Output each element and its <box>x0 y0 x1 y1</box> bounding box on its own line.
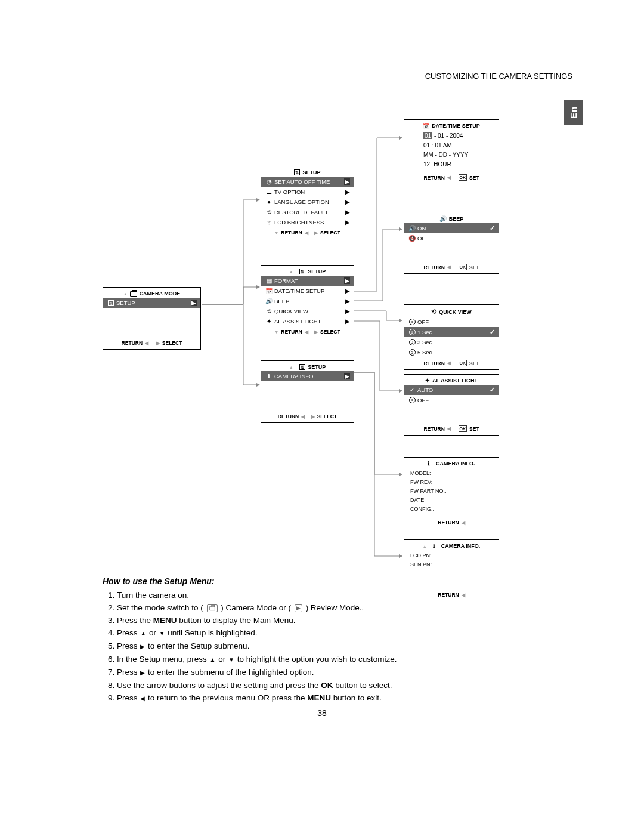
setup2-label-3: QUICK VIEW <box>273 308 345 314</box>
select-label[interactable]: SELECT <box>320 230 340 236</box>
sound-off-icon: 🔇 <box>408 235 416 242</box>
ok-icon: OK <box>459 360 467 366</box>
setup2-item-1[interactable]: 📅DATE/TIME SETUP▶ <box>261 286 354 296</box>
camera-mode-setup-row[interactable]: SETUP ▶ <box>103 298 200 308</box>
s9c: button to exit. <box>331 693 382 702</box>
afassist-off[interactable]: ✕OFF <box>404 395 499 405</box>
s6a: In the Setup menu, press <box>117 655 209 663</box>
set-label[interactable]: SET <box>469 264 479 270</box>
howto-step-3: Press the MENU button to display the Mai… <box>117 614 532 627</box>
caminfo1-line-3: DATE: <box>410 496 494 505</box>
quickview-5-label: 5 Sec <box>416 349 495 356</box>
datetime-title-row: 📅 DATE/TIME SETUP <box>404 120 499 130</box>
left-arrow-icon: ◀ <box>301 414 305 419</box>
beep-title-row: 🔊 BEEP <box>404 212 499 223</box>
setup2-item-3[interactable]: ⟲QUICK VIEW▶ <box>261 306 354 316</box>
select-label[interactable]: SELECT <box>162 340 182 346</box>
quickview-off[interactable]: ✕OFF <box>404 317 499 327</box>
setup1-item-4[interactable]: ☼LCD BRIGHTNESS▶ <box>261 217 354 227</box>
return-label[interactable]: RETURN <box>423 360 444 366</box>
caminfo1-line-1: FW REV: <box>410 478 494 487</box>
af-icon: ✦ <box>265 318 273 325</box>
quickview-5sec[interactable]: 55 Sec <box>404 347 499 357</box>
s7b: to enter the submenu of the highlighted … <box>145 668 314 677</box>
setup1-item-1[interactable]: ☰TV OPTION▶ <box>261 187 354 197</box>
s5b: to enter the Setup submenu. <box>145 641 249 650</box>
check-icon: ✓ <box>490 224 495 232</box>
check-icon: ✓ <box>490 386 495 394</box>
return-label[interactable]: RETURN <box>281 329 302 335</box>
return-label[interactable]: RETURN <box>423 175 444 181</box>
s5a: Press <box>117 641 140 650</box>
setup1-label-3: RESTORE DEFAULT <box>273 209 345 215</box>
setup2-item-4[interactable]: ✦AF ASSIST LIGHT▶ <box>261 316 354 326</box>
setup1-item-0[interactable]: ◔SET AUTO OFF TIME▶ <box>261 177 354 187</box>
return-label[interactable]: RETURN <box>423 264 444 270</box>
caminfo1-title-row: ℹ CAMERA INFO. <box>404 458 499 468</box>
s4b: or <box>147 628 159 637</box>
quickview-3sec[interactable]: 33 Sec <box>404 337 499 347</box>
setup-label: SETUP <box>115 300 191 306</box>
quickview-1sec[interactable]: 11 Sec✓ <box>404 327 499 337</box>
ok-icon: OK <box>459 425 467 432</box>
setup3-footer: RETURN ◀ ▶ SELECT <box>261 411 354 422</box>
timer-5-icon: 5 <box>408 349 416 356</box>
s4c: until Setup is highlighted. <box>166 628 258 637</box>
setup-icon <box>299 364 305 370</box>
set-label[interactable]: SET <box>469 175 479 181</box>
tv-icon: ☰ <box>265 189 273 195</box>
up-arrow-icon: ▲ <box>210 653 216 666</box>
s8-ok: OK <box>321 681 333 690</box>
sound-on-icon: 🔊 <box>408 225 416 232</box>
set-label[interactable]: SET <box>469 426 479 432</box>
set-label[interactable]: SET <box>469 360 479 366</box>
caminfo2-line-1: SEN PN: <box>410 560 494 569</box>
quickview-footer: RETURN ◀ OK SET <box>404 357 499 369</box>
timer-1-icon: 1 <box>408 329 416 335</box>
language-icon: ● <box>265 199 273 205</box>
afassist-auto[interactable]: ✓AUTO✓ <box>404 385 499 395</box>
setup1-label-4: LCD BRIGHTNESS <box>273 219 345 226</box>
datetime-rest1: - 01 - 2004 <box>432 132 463 139</box>
setup2-item-2[interactable]: 🔊BEEP▶ <box>261 296 354 306</box>
datetime-month[interactable]: 01 <box>423 132 432 139</box>
return-label[interactable]: RETURN <box>278 413 299 419</box>
beep-on[interactable]: 🔊ON✓ <box>404 223 499 233</box>
down-arrow-icon: ▼ <box>159 627 165 640</box>
return-label[interactable]: RETURN <box>122 340 143 346</box>
setup3-title-row: ▲ SETUP <box>261 361 354 371</box>
setup1-item-3[interactable]: ⟲RESTORE DEFAULT▶ <box>261 207 354 217</box>
quickview-title: QUICK VIEW <box>439 309 472 315</box>
s6b: or <box>216 655 228 663</box>
beep-off[interactable]: 🔇OFF <box>404 233 499 243</box>
right-arrow-icon: ▶ <box>345 219 350 226</box>
info-icon: ℹ <box>433 543 435 549</box>
setup1-item-2[interactable]: ●LANGUAGE OPTION▶ <box>261 197 354 207</box>
return-label[interactable]: RETURN <box>423 426 444 432</box>
setup2-label-0: FORMAT <box>273 277 344 284</box>
select-label[interactable]: SELECT <box>317 413 338 419</box>
setup3-title: SETUP <box>308 364 326 370</box>
howto-step-4: Press ▲ or ▼ until Setup is highlighted. <box>117 627 532 640</box>
right-arrow-icon: ▶ <box>345 308 350 314</box>
select-label[interactable]: SELECT <box>320 329 340 335</box>
camera-mode-title-row: ▲ CAMERA MODE <box>103 288 200 298</box>
quickview-icon: ⟲ <box>431 308 436 316</box>
s6c: to highlight the option you wish to cust… <box>235 655 397 663</box>
setup1-label-2: LANGUAGE OPTION <box>273 199 345 205</box>
format-icon: ▦ <box>265 277 273 284</box>
caminfo-panel-1: ℹ CAMERA INFO. MODEL: FW REV: FW PART NO… <box>404 457 499 529</box>
afassist-footer: RETURN ◀ OK SET <box>404 423 499 435</box>
afassist-title: AF ASSIST LIGHT <box>432 378 478 384</box>
language-tab: En <box>564 100 583 125</box>
setup3-item-0[interactable]: ℹCAMERA INFO.▶ <box>261 371 354 381</box>
right-arrow-icon: ▶ <box>156 341 160 346</box>
left-arrow-icon: ◀ <box>305 230 308 236</box>
check-icon: ✓ <box>490 328 495 336</box>
return-label[interactable]: RETURN <box>438 520 459 526</box>
s9b: to return to the previous menu OR press … <box>145 693 307 702</box>
return-label[interactable]: RETURN <box>281 230 302 236</box>
s4a: Press <box>117 628 140 637</box>
caminfo1-line-2: FW PART NO.: <box>410 487 494 496</box>
setup2-item-0[interactable]: ▦FORMAT▶ <box>261 276 354 286</box>
